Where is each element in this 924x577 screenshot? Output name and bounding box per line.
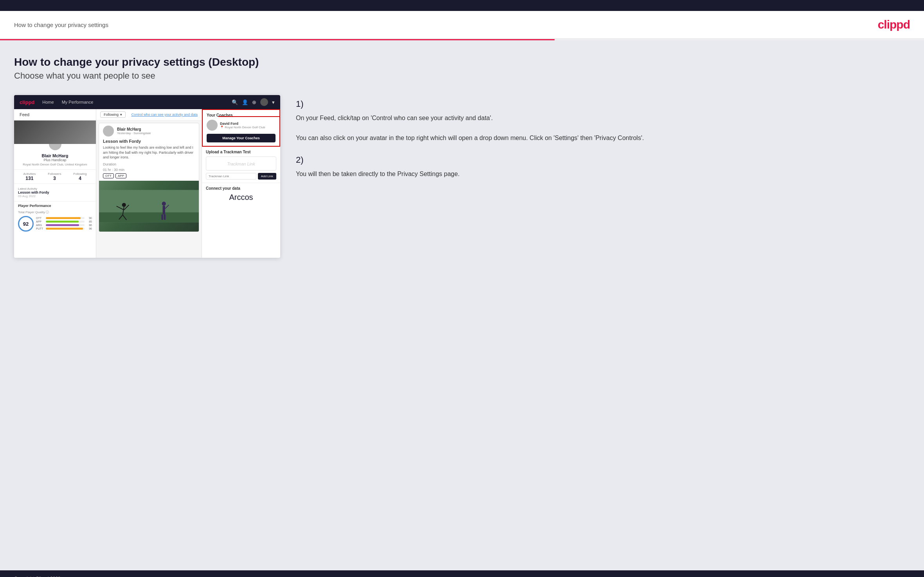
bar-ott-track	[46, 217, 85, 219]
tpq-score: 92	[18, 216, 34, 232]
profile-club: Royal North Devon Golf Club, United King…	[14, 163, 96, 166]
profile-cover	[14, 120, 96, 144]
bar-arg-label: ARG	[36, 224, 45, 226]
tag-app: APP	[115, 173, 126, 178]
bar-arg-val: 86	[86, 224, 92, 226]
app-body: Feed Blair McHarg Plus Handicap Royal No…	[14, 109, 280, 258]
stat-followers-val: 3	[48, 176, 61, 181]
post-duration-val: 01 hr : 30 min	[99, 168, 199, 173]
post-description: Looking to feel like my hands are exitin…	[99, 145, 199, 162]
tag-ott: OTT	[103, 173, 114, 178]
stat-following-label: Following	[74, 172, 87, 176]
instructions: 1) On your Feed, click/tap on 'Control w…	[296, 95, 910, 194]
search-icon[interactable]: 🔍	[232, 99, 238, 105]
footer: Copyright Clippd 2022	[0, 570, 924, 577]
plus-icon[interactable]: ⊕	[252, 99, 256, 105]
tpq-row: 92 OTT 90 APP 85	[18, 216, 92, 232]
svg-rect-1	[99, 212, 199, 223]
trackman-link-placeholder: Trackman Link	[227, 162, 255, 166]
post-tags: OTT APP	[99, 173, 199, 181]
stat-activities: Activities 131	[23, 172, 36, 181]
bar-app-val: 85	[86, 220, 92, 223]
bar-putt-track	[46, 228, 85, 230]
app-screenshot: clippd Home My Performance 🔍 👤 ⊕ ▾ Feed	[14, 95, 280, 258]
add-link-button[interactable]: Add Link	[258, 173, 276, 180]
stat-followers: Followers 3	[48, 172, 61, 181]
stat-following: Following 4	[74, 172, 87, 181]
bar-app-track	[46, 221, 85, 223]
top-bar	[0, 0, 924, 11]
app-nav: clippd Home My Performance 🔍 👤 ⊕ ▾	[14, 95, 280, 109]
instruction-2-text: You will then be taken directly to the P…	[296, 169, 910, 179]
bar-ott-label: OTT	[36, 217, 45, 219]
stat-activities-val: 131	[23, 176, 36, 181]
app-logo: clippd	[20, 99, 34, 105]
instruction-2-number: 2)	[296, 155, 910, 165]
svg-point-2	[122, 203, 126, 207]
coach-club: 📍 Royal North Devon Golf Club	[220, 126, 265, 129]
feed-header: Following ▾ Control who can see your act…	[96, 109, 202, 120]
user-avatar-nav[interactable]	[260, 98, 268, 106]
latest-activity-label: Latest Activity	[14, 187, 96, 191]
trackman-input-row: Add Link	[206, 173, 276, 180]
bar-arg: ARG 86	[36, 224, 92, 226]
bar-ott: OTT 90	[36, 217, 92, 219]
following-label: Following	[104, 113, 119, 117]
bar-ott-val: 90	[86, 217, 92, 219]
arccos-brand: Arccos	[206, 193, 276, 202]
bar-arg-track	[46, 224, 85, 226]
tpq-bars: OTT 90 APP 85 ARG	[36, 217, 92, 231]
manage-coaches-button[interactable]: Manage Your Coaches	[207, 134, 276, 142]
coach-item: David Ford 📍 Royal North Devon Golf Club	[207, 120, 276, 131]
clippd-logo: clippd	[878, 18, 910, 31]
post-author-info: Blair McHarg Yesterday · Sunningdale	[117, 127, 151, 135]
bar-putt: PUTT 96	[36, 227, 92, 230]
bar-app: APP 85	[36, 220, 92, 223]
following-button[interactable]: Following ▾	[100, 111, 126, 118]
instruction-1-text: On your Feed, click/tap on 'Control who …	[296, 113, 910, 143]
svg-rect-11	[164, 214, 166, 220]
app-right-panel: Your Coaches David Ford 📍 Royal North De…	[202, 109, 280, 258]
page-heading: How to change your privacy settings (Des…	[14, 56, 910, 68]
nav-home[interactable]: Home	[42, 100, 54, 104]
profile-handicap: Plus Handicap	[14, 158, 96, 162]
instruction-2: 2) You will then be taken directly to th…	[296, 155, 910, 179]
coach-name: David Ford	[220, 122, 265, 126]
nav-my-performance[interactable]: My Performance	[62, 100, 94, 104]
stat-followers-label: Followers	[48, 172, 61, 176]
profile-stats: Activities 131 Followers 3 Following 4	[14, 169, 96, 184]
page-breadcrumb: How to change your privacy settings	[14, 22, 108, 28]
post-title: Lesson with Fordy	[99, 139, 199, 145]
svg-rect-9	[163, 206, 165, 214]
post-duration-label: Duration	[99, 162, 199, 168]
latest-activity-val: Lesson with Fordy	[14, 191, 96, 194]
header: How to change your privacy settings clip…	[0, 11, 924, 39]
feed-tab[interactable]: Feed	[14, 109, 96, 120]
svg-point-8	[162, 201, 166, 205]
chevron-down-icon[interactable]: ▾	[272, 99, 275, 105]
profile-name: Blair McHarg	[14, 153, 96, 158]
following-chevron: ▾	[120, 113, 122, 117]
main-content: How to change your privacy settings (Des…	[0, 40, 924, 570]
trackman-link-box: Trackman Link	[206, 156, 276, 171]
post-image-svg	[99, 181, 199, 232]
control-privacy-link[interactable]: Control who can see your activity and da…	[131, 113, 198, 117]
coach-info: David Ford 📍 Royal North Devon Golf Club	[220, 122, 265, 129]
post-author-avatar	[103, 126, 114, 137]
trackman-title: Upload a Trackman Test	[206, 150, 276, 154]
player-perf-title: Player Performance	[18, 204, 92, 208]
page-subheading: Choose what you want people to see	[14, 71, 910, 81]
stat-activities-label: Activities	[23, 172, 36, 176]
coach-avatar	[207, 120, 218, 131]
trackman-link-input[interactable]	[206, 173, 256, 180]
player-performance-section: Player Performance Total Player Quality …	[14, 201, 96, 234]
app-nav-right: 🔍 👤 ⊕ ▾	[232, 98, 275, 106]
tpq-label: Total Player Quality ⓘ	[18, 210, 92, 214]
user-icon[interactable]: 👤	[242, 99, 248, 105]
instruction-1-number: 1)	[296, 99, 910, 109]
trackman-section: Upload a Trackman Test Trackman Link Add…	[202, 147, 280, 183]
latest-activity-date: 03 Aug 2022	[14, 194, 96, 198]
connect-section: Connect your data Arccos	[202, 183, 280, 205]
coaches-section: Your Coaches David Ford 📍 Royal North De…	[203, 110, 279, 146]
bar-putt-val: 96	[86, 227, 92, 230]
